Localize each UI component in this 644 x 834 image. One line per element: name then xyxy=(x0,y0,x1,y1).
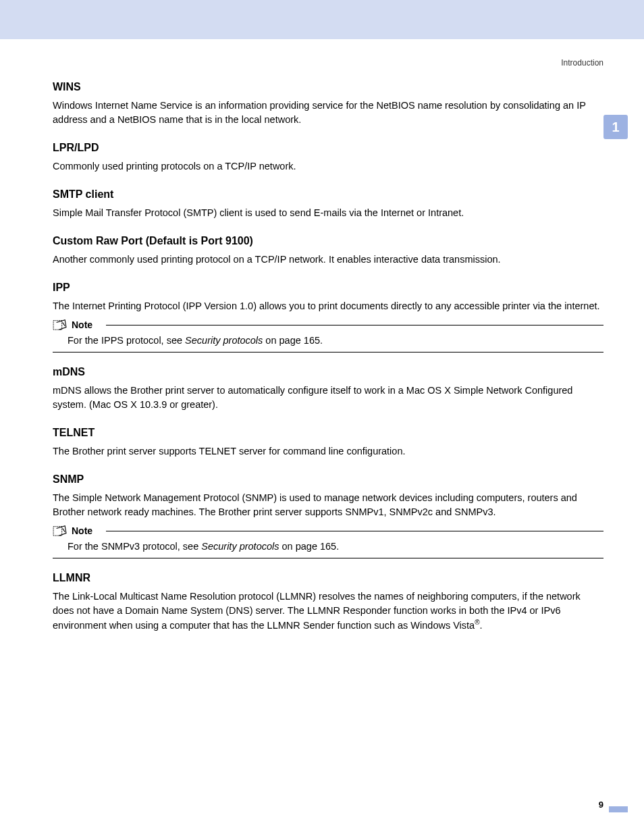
llmnr-body-post: . xyxy=(480,620,483,631)
note-rule xyxy=(106,325,603,325)
heading-wins: WINS xyxy=(53,81,603,93)
note-icon xyxy=(53,525,68,537)
section-mdns: mDNS mDNS allows the Brother print serve… xyxy=(53,366,603,412)
body-telnet: The Brother print server supports TELNET… xyxy=(53,444,603,459)
heading-ipp: IPP xyxy=(53,282,603,294)
section-snmp: SNMP The Simple Network Management Proto… xyxy=(53,473,603,519)
section-raw: Custom Raw Port (Default is Port 9100) A… xyxy=(53,235,603,267)
body-smtp: Simple Mail Transfer Protocol (SMTP) cli… xyxy=(53,206,603,220)
heading-smtp: SMTP client xyxy=(53,188,603,201)
section-label: Introduction xyxy=(561,58,603,68)
section-lpr: LPR/LPD Commonly used printing protocols… xyxy=(53,142,603,174)
top-band xyxy=(0,0,644,39)
section-telnet: TELNET The Brother print server supports… xyxy=(53,427,603,459)
note-label: Note xyxy=(72,319,99,330)
heading-telnet: TELNET xyxy=(53,427,603,439)
page-content: WINS Windows Internet Name Service is an… xyxy=(0,66,644,633)
heading-mdns: mDNS xyxy=(53,366,603,378)
llmnr-body-pre: The Link-Local Multicast Name Resolution… xyxy=(53,591,581,631)
note-snmp-body: For the SNMPv3 protocol, see Security pr… xyxy=(53,538,603,558)
note-ipp-italic: Security protocols xyxy=(185,335,263,346)
heading-lpr: LPR/LPD xyxy=(53,142,603,154)
note-snmp-post: on page 165. xyxy=(279,541,340,552)
heading-raw: Custom Raw Port (Default is Port 9100) xyxy=(53,235,603,247)
note-ipp-post: on page 165. xyxy=(263,335,323,346)
section-llmnr: LLMNR The Link-Local Multicast Name Reso… xyxy=(53,572,603,633)
page-header: Introduction xyxy=(0,39,644,66)
note-ipp-pre: For the IPPS protocol, see xyxy=(68,335,185,346)
note-snmp-italic: Security protocols xyxy=(201,541,279,552)
heading-llmnr: LLMNR xyxy=(53,572,603,584)
registered-mark: ® xyxy=(475,619,479,626)
body-snmp: The Simple Network Management Protocol (… xyxy=(53,491,603,519)
heading-snmp: SNMP xyxy=(53,473,603,486)
body-wins: Windows Internet Name Service is an info… xyxy=(53,99,603,127)
body-raw: Another commonly used printing protocol … xyxy=(53,253,603,267)
note-label: Note xyxy=(72,525,99,536)
note-ipp-body: For the IPPS protocol, see Security prot… xyxy=(53,332,603,353)
page-number-accent xyxy=(609,806,628,812)
section-ipp: IPP The Internet Printing Protocol (IPP … xyxy=(53,282,603,313)
note-icon xyxy=(53,319,68,331)
section-wins: WINS Windows Internet Name Service is an… xyxy=(53,81,603,127)
body-mdns: mDNS allows the Brother print server to … xyxy=(53,384,603,412)
body-llmnr: The Link-Local Multicast Name Resolution… xyxy=(53,590,603,633)
page-number: 9 xyxy=(599,800,603,810)
body-ipp: The Internet Printing Protocol (IPP Vers… xyxy=(53,299,603,313)
note-ipp: Note For the IPPS protocol, see Security… xyxy=(53,319,603,353)
note-rule xyxy=(106,531,603,531)
note-snmp: Note For the SNMPv3 protocol, see Securi… xyxy=(53,525,603,558)
body-lpr: Commonly used printing protocols on a TC… xyxy=(53,159,603,174)
note-snmp-pre: For the SNMPv3 protocol, see xyxy=(68,541,201,552)
chapter-tab: 1 xyxy=(603,115,628,139)
section-smtp: SMTP client Simple Mail Transfer Protoco… xyxy=(53,188,603,220)
